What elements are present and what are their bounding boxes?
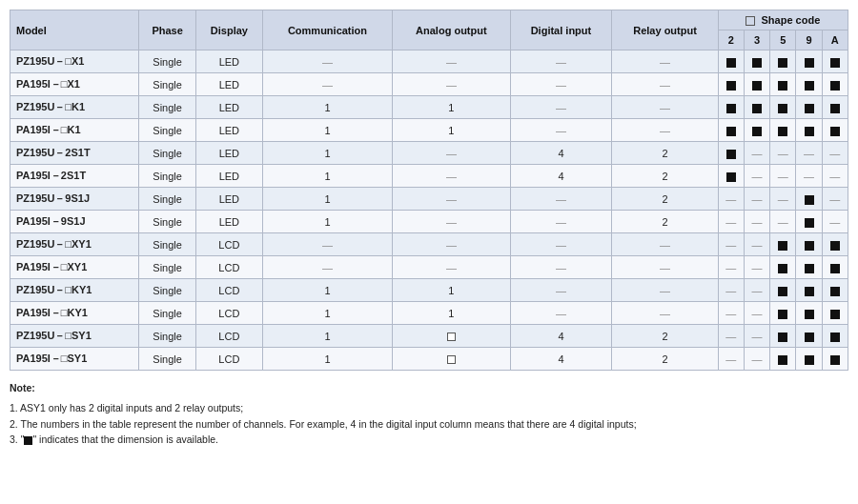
table-cell: 1 [262,188,392,211]
table-cell [796,211,822,233]
table-cell [796,256,822,279]
dash-symbol: — [725,285,736,296]
table-cell: — [510,302,612,325]
cell-value: 2 [662,331,667,342]
table-cell: LED [195,73,262,96]
table-cell: — [510,279,612,302]
black-square-icon [805,355,814,365]
black-square-icon [752,104,762,113]
black-square-icon [778,333,787,342]
table-cell: — [718,256,744,279]
table-cell: LED [195,188,262,211]
table-cell [770,233,796,256]
table-cell: — [718,348,744,371]
note-2: 2. The numbers in the table represent th… [10,416,848,433]
table-cell: LED [195,165,262,188]
black-square-icon [726,104,736,113]
table-cell [796,96,822,119]
header-shape-3: 3 [744,30,769,50]
dash-symbol: — [804,148,814,159]
table-cell [718,142,744,165]
header-model: Model [10,10,139,50]
table-cell [822,348,848,371]
dash-symbol: — [778,216,788,228]
table-cell [822,302,848,325]
header-digital-input: Digital input [510,10,612,50]
dash-symbol: — [556,193,566,205]
dash-symbol: — [660,308,670,319]
table-cell [770,119,796,142]
cell-value: PZ195U－□KY1 [16,284,92,295]
table-cell: — [393,188,510,211]
cell-value: 1 [324,331,330,342]
cell-value: Single [153,239,182,251]
black-square-icon [726,127,736,136]
table-cell: 4 [510,325,612,348]
dash-symbol: — [446,79,457,91]
table-cell: — [744,348,769,371]
dash-symbol: — [829,171,840,182]
dash-symbol: — [660,125,670,136]
table-cell [822,256,848,279]
header-communication: Communication [262,10,392,50]
table-cell: 4 [510,142,612,165]
table-cell: — [744,142,769,165]
table-cell: 1 [393,96,510,119]
table-cell: — [510,50,612,73]
table-cell [718,50,744,73]
dash-symbol: — [556,79,566,91]
header-display: Display [195,10,262,50]
table-cell: Single [139,325,196,348]
dash-symbol: — [660,285,670,296]
dash-symbol: — [778,171,788,182]
table-cell: — [770,211,796,233]
cell-value: LCD [218,331,239,342]
dash-symbol: — [556,216,566,228]
table-cell: 2 [612,188,718,211]
table-row: PA195I－□XY1SingleLCD—————— [10,256,848,279]
cell-value: LCD [218,353,239,365]
table-cell: PZ195U－□X1 [10,50,139,73]
table-cell: — [796,142,822,165]
table-cell: — [718,233,744,256]
dash-symbol: — [322,239,333,251]
cell-value: PZ195U－□K1 [16,101,85,112]
cell-value: 2 [662,216,667,228]
table-cell [770,73,796,96]
black-square-icon [778,310,787,319]
table-cell: LCD [195,256,262,279]
dash-symbol: — [660,56,670,68]
table-cell: LED [195,50,262,73]
black-square-icon [805,241,814,251]
table-cell: 2 [612,165,718,188]
table-cell [770,50,796,73]
dash-symbol: — [446,262,457,273]
table-cell [770,325,796,348]
table-cell: — [822,142,848,165]
dash-symbol: — [660,79,670,91]
cell-value: PA195I－□SY1 [16,353,87,364]
dash-symbol: — [752,239,763,251]
dash-symbol: — [556,239,566,251]
dash-symbol: — [446,56,457,68]
table-cell: 1 [393,279,510,302]
table-cell [770,96,796,119]
black-square-icon [752,58,762,68]
table-cell: LCD [195,279,262,302]
table-cell: — [262,50,392,73]
dash-symbol: — [556,102,566,113]
table-cell [796,279,822,302]
table-cell [744,96,769,119]
table-cell: — [612,256,718,279]
table-cell [718,165,744,188]
cell-value: 2 [662,353,667,365]
cell-value: PZ195U－□X1 [16,55,84,67]
table-cell: 1 [262,302,392,325]
table-cell: — [744,279,769,302]
black-square-icon [830,287,840,296]
dash-symbol: — [725,308,736,319]
cell-value: PA195I－□KY1 [16,307,88,318]
table-cell: — [510,188,612,211]
table-row: PZ195U－□K1SingleLED11—— [10,96,848,119]
cell-value: 1 [448,308,454,319]
